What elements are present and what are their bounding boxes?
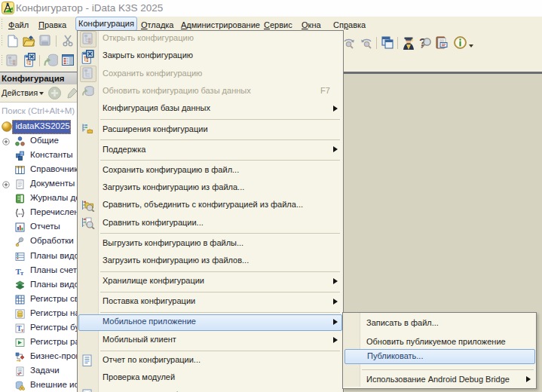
svg-text:т: т [20,268,24,276]
svg-text:т: т [21,327,24,333]
